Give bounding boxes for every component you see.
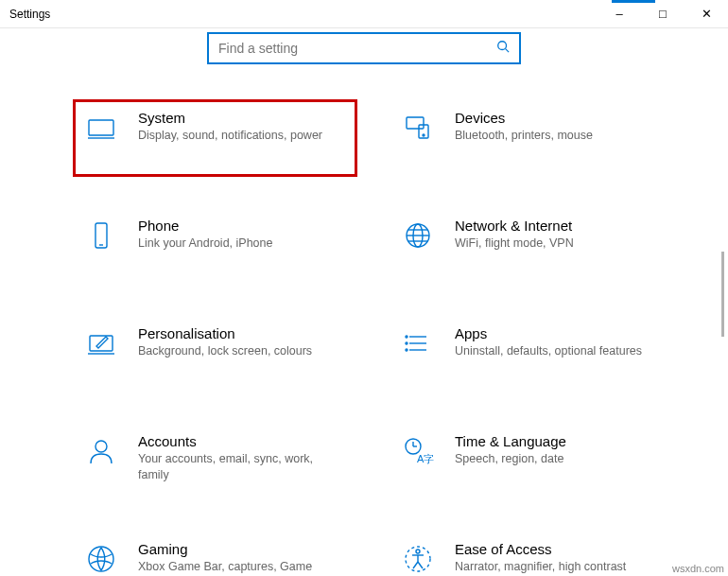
category-apps[interactable]: Apps Uninstall, defaults, optional featu…: [392, 318, 671, 390]
svg-point-20: [406, 342, 407, 344]
search-container: [0, 32, 728, 64]
svg-line-32: [413, 562, 418, 568]
window-controls: [598, 0, 728, 27]
category-desc: WiFi, flight mode, VPN: [455, 236, 660, 252]
category-desc: Display, sound, notifications, power: [138, 128, 343, 144]
watermark: wsxdn.com: [672, 563, 724, 574]
category-title: Devices: [455, 110, 660, 126]
svg-point-6: [423, 134, 425, 136]
gaming-icon: [85, 543, 117, 575]
category-title: Gaming: [138, 541, 343, 557]
category-desc: Uninstall, defaults, optional features: [455, 343, 660, 359]
category-title: Apps: [455, 325, 660, 341]
category-title: Network & Internet: [455, 218, 660, 234]
svg-rect-4: [407, 117, 424, 129]
svg-point-19: [406, 336, 407, 338]
category-desc: Narrator, magnifier, high contrast: [455, 559, 660, 575]
category-personalisation[interactable]: Personalisation Background, lock screen,…: [76, 318, 355, 390]
window-title: Settings: [9, 8, 50, 21]
svg-rect-2: [89, 120, 113, 135]
close-button[interactable]: [685, 0, 728, 27]
svg-line-33: [418, 562, 423, 568]
category-desc: Your accounts, email, sync, work, family: [138, 451, 343, 483]
category-title: Ease of Access: [455, 541, 660, 557]
category-desc: Background, lock screen, colours: [138, 343, 343, 359]
ease-icon: [402, 543, 434, 575]
svg-point-27: [89, 547, 113, 571]
accounts-icon: [85, 435, 117, 467]
svg-point-29: [416, 550, 420, 553]
minimize-button[interactable]: [598, 0, 641, 27]
category-title: Phone: [138, 218, 343, 234]
category-title: System: [138, 110, 343, 126]
category-accounts[interactable]: Accounts Your accounts, email, sync, wor…: [76, 426, 355, 497]
svg-point-0: [498, 42, 507, 50]
personalisation-icon: [85, 327, 117, 359]
search-icon: [496, 40, 510, 57]
category-network[interactable]: Network & Internet WiFi, flight mode, VP…: [392, 210, 671, 282]
phone-icon: [85, 219, 117, 252]
maximize-button[interactable]: [641, 0, 685, 27]
category-desc: Bluetooth, printers, mouse: [455, 128, 660, 144]
svg-line-1: [506, 49, 510, 53]
search-box[interactable]: [207, 32, 521, 64]
apps-icon: [402, 327, 434, 359]
category-time[interactable]: A字 Time & Language Speech, region, date: [392, 426, 671, 497]
time-icon: A字: [402, 435, 434, 467]
svg-point-21: [406, 349, 407, 351]
category-phone[interactable]: Phone Link your Android, iPhone: [76, 210, 355, 282]
category-devices[interactable]: Devices Bluetooth, printers, mouse: [392, 102, 671, 174]
category-desc: Xbox Game Bar, captures, Game Mode: [138, 559, 343, 576]
scrollbar[interactable]: [722, 252, 724, 535]
svg-rect-7: [95, 223, 107, 248]
titlebar-accent: [612, 0, 655, 3]
settings-body: System Display, sound, notifications, po…: [0, 32, 728, 576]
category-grid: System Display, sound, notifications, po…: [57, 102, 671, 576]
category-title: Time & Language: [455, 433, 660, 449]
category-title: Accounts: [138, 433, 343, 449]
category-desc: Speech, region, date: [455, 451, 660, 467]
category-gaming[interactable]: Gaming Xbox Game Bar, captures, Game Mod…: [76, 533, 355, 576]
category-title: Personalisation: [138, 325, 343, 341]
devices-icon: [402, 112, 434, 144]
system-icon: [85, 112, 117, 144]
svg-text:A字: A字: [417, 453, 434, 464]
svg-rect-14: [90, 336, 113, 351]
search-input[interactable]: [218, 41, 496, 56]
category-system[interactable]: System Display, sound, notifications, po…: [76, 102, 355, 174]
category-desc: Link your Android, iPhone: [138, 236, 343, 252]
category-ease[interactable]: Ease of Access Narrator, magnifier, high…: [392, 533, 671, 576]
network-icon: [402, 219, 434, 252]
scrollbar-thumb[interactable]: [721, 252, 724, 337]
titlebar: Settings: [0, 0, 728, 28]
svg-point-22: [95, 441, 107, 452]
